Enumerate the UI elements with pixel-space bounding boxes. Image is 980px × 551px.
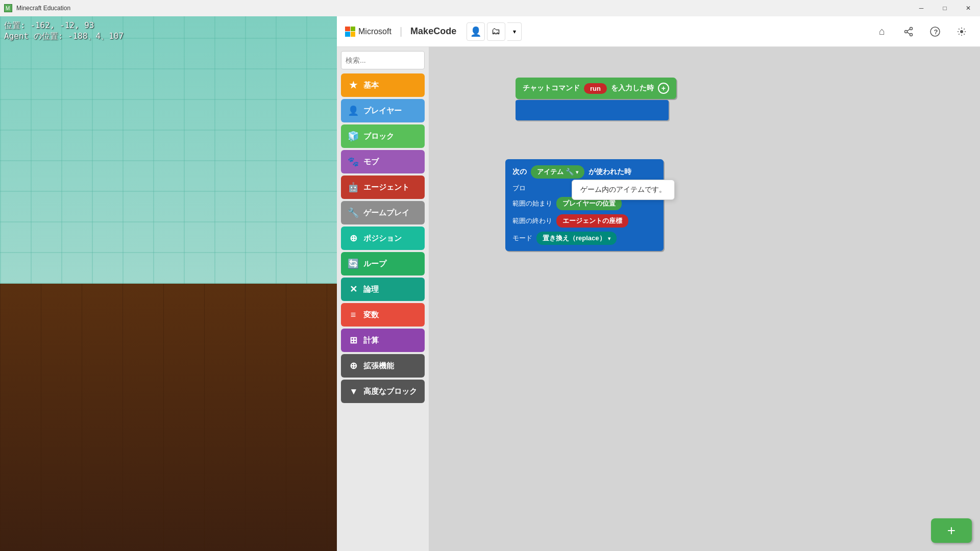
player-icon: 👤 bbox=[347, 105, 359, 116]
mode-arrow: ▾ bbox=[608, 236, 610, 241]
mode-value[interactable]: 置き換え（replace） ▾ bbox=[536, 232, 617, 245]
category-extension-label: 拡張機能 bbox=[363, 361, 394, 371]
category-player[interactable]: 👤 プレイヤー bbox=[341, 99, 425, 122]
code-workspace[interactable]: チャットコマンド run を入力した時 + 次の アイテム 🔧 ▾ bbox=[429, 47, 980, 551]
category-math[interactable]: ⊞ 計算 bbox=[341, 329, 425, 352]
chat-add-btn[interactable]: + bbox=[658, 83, 669, 94]
loop-icon: 🔄 bbox=[347, 258, 359, 269]
category-variable-label: 変数 bbox=[363, 310, 379, 320]
category-position-label: ポジション bbox=[363, 234, 402, 243]
app-icon: M bbox=[4, 4, 12, 12]
mc-floor bbox=[0, 284, 373, 551]
game-hud: 位置: -162, -12, 93 Agent の位置: -188、4、107 bbox=[4, 20, 124, 42]
range-start-label: 範囲の始まり bbox=[512, 199, 552, 208]
maximize-btn[interactable]: □ bbox=[933, 0, 957, 16]
svg-point-9 bbox=[960, 30, 963, 33]
svg-point-4 bbox=[905, 30, 908, 33]
category-loop-label: ループ bbox=[363, 259, 386, 269]
player-position: 位置: -162, -12, 93 bbox=[4, 20, 124, 31]
position-icon: ⊕ bbox=[347, 233, 359, 244]
item-prefix: 次の bbox=[512, 167, 527, 177]
basic-icon: ★ bbox=[347, 80, 359, 91]
chat-prefix: チャットコマンド bbox=[523, 84, 580, 93]
block-row-prefix: ブロ bbox=[512, 184, 526, 193]
category-block[interactable]: 🧊 ブロック bbox=[341, 124, 425, 148]
item-used-block-container: 次の アイテム 🔧 ▾ が使われた時 ブロ 範囲の始まり プレ bbox=[505, 159, 664, 251]
close-btn[interactable]: ✕ bbox=[957, 0, 980, 16]
category-math-label: 計算 bbox=[363, 336, 379, 345]
mc-ceiling bbox=[0, 16, 373, 284]
help-btn[interactable]: ? bbox=[925, 21, 945, 42]
category-player-label: プレイヤー bbox=[363, 106, 402, 116]
logic-icon: ✕ bbox=[347, 284, 359, 295]
category-extension[interactable]: ⊕ 拡張機能 bbox=[341, 354, 425, 378]
item-dropdown-arrow: ▾ bbox=[576, 169, 578, 175]
chat-suffix: を入力した時 bbox=[611, 84, 654, 93]
svg-line-5 bbox=[907, 29, 910, 31]
item-tooltip: ゲーム内のアイテムです。 bbox=[572, 180, 675, 200]
range-end-label: 範囲の終わり bbox=[512, 216, 552, 226]
extension-icon: ⊕ bbox=[347, 360, 359, 371]
category-basic[interactable]: ★ 基本 bbox=[341, 73, 425, 97]
category-position[interactable]: ⊕ ポジション bbox=[341, 227, 425, 250]
category-logic[interactable]: ✕ 論理 bbox=[341, 278, 425, 301]
chat-command-value[interactable]: run bbox=[584, 83, 607, 94]
category-block-label: ブロック bbox=[363, 132, 394, 141]
category-variable[interactable]: ≡ 変数 bbox=[341, 303, 425, 327]
category-logic-label: 論理 bbox=[363, 285, 379, 294]
chat-command-block-container: チャットコマンド run を入力した時 + bbox=[516, 78, 676, 120]
tooltip-text: ゲーム内のアイテムです。 bbox=[580, 185, 666, 193]
svg-point-3 bbox=[910, 33, 913, 36]
gameplay-icon: 🔧 bbox=[347, 207, 359, 218]
item-dropdown-btn[interactable]: アイテム 🔧 ▾ bbox=[531, 165, 584, 179]
svg-text:M: M bbox=[6, 6, 10, 11]
settings-btn[interactable] bbox=[951, 21, 972, 42]
header-separator: | bbox=[400, 26, 402, 37]
agent-position: Agent の位置: -188、4、107 bbox=[4, 31, 124, 42]
advanced-icon: ▾ bbox=[347, 386, 359, 397]
category-gameplay-label: ゲームプレイ bbox=[363, 208, 409, 218]
search-input[interactable] bbox=[346, 56, 429, 64]
blue-sub-block bbox=[516, 100, 669, 120]
makecode-header: Microsoft | MakeCode 👤 🗂 ▾ ⌂ ? bbox=[337, 16, 980, 47]
category-gameplay[interactable]: 🔧 ゲームプレイ bbox=[341, 201, 425, 224]
makecode-title: MakeCode bbox=[410, 26, 456, 37]
ms-logo: Microsoft bbox=[345, 27, 391, 37]
home-btn[interactable]: ⌂ bbox=[872, 21, 892, 42]
math-icon: ⊞ bbox=[347, 335, 359, 346]
tab-user-icon[interactable]: 👤 bbox=[467, 22, 485, 41]
category-mob-label: モブ bbox=[363, 157, 379, 167]
category-agent[interactable]: 🤖 エージェント bbox=[341, 176, 425, 199]
block-icon: 🧊 bbox=[347, 131, 359, 142]
main-content: 🔍 ★ 基本 👤 プレイヤー 🧊 ブロック 🐾 モブ 🤖 エージェント bbox=[337, 47, 980, 551]
categories-panel: 🔍 ★ 基本 👤 プレイヤー 🧊 ブロック 🐾 モブ 🤖 エージェント bbox=[337, 47, 429, 551]
window-controls: ─ □ ✕ bbox=[910, 0, 980, 16]
category-advanced[interactable]: ▾ 高度なブロック bbox=[341, 380, 425, 403]
search-box[interactable]: 🔍 bbox=[341, 51, 425, 69]
category-loop[interactable]: 🔄 ループ bbox=[341, 252, 425, 276]
window-title: Minecraft Education bbox=[16, 5, 910, 12]
makecode-panel: Microsoft | MakeCode 👤 🗂 ▾ ⌂ ? 🔍 bbox=[337, 16, 980, 551]
header-tabs: 👤 🗂 ▾ bbox=[467, 22, 522, 41]
agent-icon: 🤖 bbox=[347, 182, 359, 193]
tab-image-icon[interactable]: 🗂 bbox=[487, 22, 505, 41]
svg-point-2 bbox=[910, 27, 913, 30]
game-viewport: 位置: -162, -12, 93 Agent の位置: -188、4、107 bbox=[0, 16, 373, 551]
range-end-value[interactable]: エージェントの座標 bbox=[556, 214, 628, 228]
category-advanced-label: 高度なブロック bbox=[363, 387, 417, 396]
svg-text:?: ? bbox=[934, 28, 938, 35]
microsoft-logo-icon bbox=[345, 27, 355, 37]
tab-dropdown-btn[interactable]: ▾ bbox=[507, 22, 522, 41]
item-suffix: が使われた時 bbox=[589, 167, 631, 177]
category-basic-label: 基本 bbox=[363, 81, 379, 90]
svg-line-6 bbox=[907, 32, 910, 34]
category-mob[interactable]: 🐾 モブ bbox=[341, 150, 425, 173]
minimize-btn[interactable]: ─ bbox=[910, 0, 933, 16]
category-agent-label: エージェント bbox=[363, 183, 409, 192]
mob-icon: 🐾 bbox=[347, 156, 359, 167]
title-bar: M Minecraft Education ─ □ ✕ bbox=[0, 0, 980, 16]
ms-logo-text: Microsoft bbox=[358, 27, 391, 36]
bottom-add-btn[interactable]: + bbox=[931, 518, 972, 543]
share-btn[interactable] bbox=[898, 21, 919, 42]
variable-icon: ≡ bbox=[347, 310, 359, 320]
